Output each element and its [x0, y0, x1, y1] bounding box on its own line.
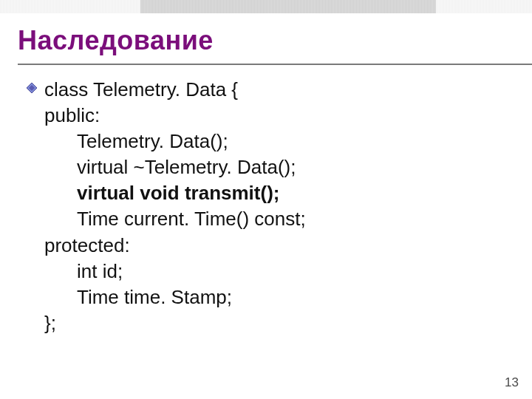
code-line: };	[44, 310, 306, 336]
code-line: int id;	[44, 259, 306, 284]
code-line: virtual ~Telemetry. Data();	[44, 154, 306, 180]
slide-title: Наследование	[18, 25, 214, 56]
code-block: class Telemetry. Data { public: Telemetr…	[44, 77, 306, 336]
code-line: Telemetry. Data();	[44, 129, 306, 154]
code-line: public:	[44, 103, 306, 129]
title-underline	[18, 64, 532, 65]
top-bar-right-segment	[436, 0, 532, 13]
page-number: 13	[505, 375, 519, 390]
code-line: Time time. Stamp;	[44, 284, 306, 310]
decorative-top-bar	[0, 0, 532, 13]
code-line: protected:	[44, 233, 306, 259]
code-line-bold: virtual void transmit();	[44, 180, 306, 206]
diamond-bullet-icon	[27, 83, 37, 93]
top-bar-left-segment	[0, 0, 140, 13]
code-line: Time current. Time() const;	[44, 206, 306, 232]
code-line: class Telemetry. Data {	[44, 77, 306, 103]
